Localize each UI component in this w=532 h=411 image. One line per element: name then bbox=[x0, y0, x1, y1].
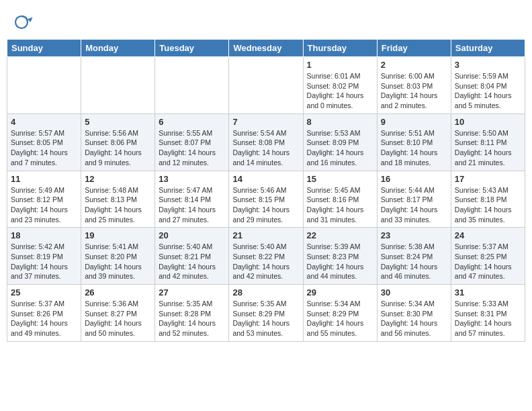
calendar-week-1: 1Sunrise: 6:01 AM Sunset: 8:02 PM Daylig… bbox=[7, 57, 525, 114]
calendar-table: SundayMondayTuesdayWednesdayThursdayFrid… bbox=[7, 39, 525, 342]
calendar-week-5: 25Sunrise: 5:37 AM Sunset: 8:26 PM Dayli… bbox=[7, 285, 525, 342]
weekday-header-friday: Friday bbox=[377, 40, 451, 57]
day-detail: Sunrise: 6:01 AM Sunset: 8:02 PM Dayligh… bbox=[307, 71, 373, 111]
day-number: 4 bbox=[11, 117, 77, 127]
calendar-cell: 12Sunrise: 5:48 AM Sunset: 8:13 PM Dayli… bbox=[81, 171, 155, 228]
calendar-cell: 28Sunrise: 5:35 AM Sunset: 8:29 PM Dayli… bbox=[229, 285, 303, 342]
day-detail: Sunrise: 5:41 AM Sunset: 8:20 PM Dayligh… bbox=[85, 242, 151, 281]
day-detail: Sunrise: 5:37 AM Sunset: 8:26 PM Dayligh… bbox=[11, 299, 77, 338]
day-detail: Sunrise: 5:33 AM Sunset: 8:31 PM Dayligh… bbox=[455, 299, 521, 338]
calendar-cell: 31Sunrise: 5:33 AM Sunset: 8:31 PM Dayli… bbox=[451, 285, 525, 342]
day-number: 23 bbox=[381, 230, 447, 240]
calendar-cell: 27Sunrise: 5:35 AM Sunset: 8:28 PM Dayli… bbox=[155, 285, 229, 342]
logo-icon bbox=[13, 12, 34, 32]
day-number: 19 bbox=[85, 230, 151, 240]
calendar-cell: 29Sunrise: 5:34 AM Sunset: 8:29 PM Dayli… bbox=[303, 285, 377, 342]
day-detail: Sunrise: 5:45 AM Sunset: 8:16 PM Dayligh… bbox=[307, 185, 373, 225]
day-detail: Sunrise: 5:42 AM Sunset: 8:19 PM Dayligh… bbox=[11, 242, 77, 281]
weekday-header-thursday: Thursday bbox=[303, 40, 377, 57]
weekday-header-saturday: Saturday bbox=[451, 40, 525, 57]
day-number: 16 bbox=[381, 174, 447, 184]
calendar-cell bbox=[229, 57, 303, 114]
day-number: 11 bbox=[11, 174, 77, 184]
calendar-cell: 13Sunrise: 5:47 AM Sunset: 8:14 PM Dayli… bbox=[155, 171, 229, 228]
svg-marker-1 bbox=[28, 17, 33, 23]
day-number: 21 bbox=[232, 230, 299, 240]
calendar-cell: 4Sunrise: 5:57 AM Sunset: 8:05 PM Daylig… bbox=[7, 113, 81, 171]
day-detail: Sunrise: 5:36 AM Sunset: 8:27 PM Dayligh… bbox=[85, 299, 151, 338]
calendar-cell: 25Sunrise: 5:37 AM Sunset: 8:26 PM Dayli… bbox=[7, 285, 81, 342]
day-detail: Sunrise: 5:35 AM Sunset: 8:29 PM Dayligh… bbox=[232, 299, 299, 338]
day-detail: Sunrise: 5:38 AM Sunset: 8:24 PM Dayligh… bbox=[381, 242, 447, 281]
calendar-cell: 21Sunrise: 5:40 AM Sunset: 8:22 PM Dayli… bbox=[229, 228, 303, 285]
weekday-header-tuesday: Tuesday bbox=[155, 40, 229, 57]
day-number: 24 bbox=[455, 230, 521, 240]
day-detail: Sunrise: 6:00 AM Sunset: 8:03 PM Dayligh… bbox=[381, 71, 447, 111]
day-number: 22 bbox=[307, 230, 373, 240]
calendar-cell: 7Sunrise: 5:54 AM Sunset: 8:08 PM Daylig… bbox=[229, 113, 303, 171]
calendar-week-2: 4Sunrise: 5:57 AM Sunset: 8:05 PM Daylig… bbox=[7, 113, 525, 171]
day-detail: Sunrise: 5:46 AM Sunset: 8:15 PM Dayligh… bbox=[232, 185, 299, 225]
calendar-cell: 22Sunrise: 5:39 AM Sunset: 8:23 PM Dayli… bbox=[303, 228, 377, 285]
day-detail: Sunrise: 5:59 AM Sunset: 8:04 PM Dayligh… bbox=[455, 71, 521, 111]
day-detail: Sunrise: 5:44 AM Sunset: 8:17 PM Dayligh… bbox=[381, 185, 447, 225]
day-number: 27 bbox=[159, 287, 225, 298]
day-detail: Sunrise: 5:48 AM Sunset: 8:13 PM Dayligh… bbox=[85, 185, 151, 225]
calendar-cell bbox=[155, 57, 229, 114]
calendar-cell: 2Sunrise: 6:00 AM Sunset: 8:03 PM Daylig… bbox=[377, 57, 451, 114]
day-number: 31 bbox=[455, 287, 521, 298]
calendar-cell: 3Sunrise: 5:59 AM Sunset: 8:04 PM Daylig… bbox=[451, 57, 525, 114]
day-detail: Sunrise: 5:35 AM Sunset: 8:28 PM Dayligh… bbox=[159, 299, 225, 338]
calendar-cell: 23Sunrise: 5:38 AM Sunset: 8:24 PM Dayli… bbox=[377, 228, 451, 285]
day-detail: Sunrise: 5:34 AM Sunset: 8:29 PM Dayligh… bbox=[307, 299, 373, 338]
day-number: 18 bbox=[11, 230, 77, 240]
day-detail: Sunrise: 5:56 AM Sunset: 8:06 PM Dayligh… bbox=[85, 128, 151, 168]
calendar-cell: 20Sunrise: 5:40 AM Sunset: 8:21 PM Dayli… bbox=[155, 228, 229, 285]
calendar-cell: 9Sunrise: 5:51 AM Sunset: 8:10 PM Daylig… bbox=[377, 113, 451, 171]
day-number: 7 bbox=[232, 117, 299, 127]
calendar-week-3: 11Sunrise: 5:49 AM Sunset: 8:12 PM Dayli… bbox=[7, 171, 525, 228]
day-detail: Sunrise: 5:53 AM Sunset: 8:09 PM Dayligh… bbox=[307, 128, 373, 168]
calendar-cell: 19Sunrise: 5:41 AM Sunset: 8:20 PM Dayli… bbox=[81, 228, 155, 285]
logo bbox=[13, 12, 36, 32]
day-detail: Sunrise: 5:47 AM Sunset: 8:14 PM Dayligh… bbox=[159, 185, 225, 225]
calendar-cell: 16Sunrise: 5:44 AM Sunset: 8:17 PM Dayli… bbox=[377, 171, 451, 228]
calendar-cell: 5Sunrise: 5:56 AM Sunset: 8:06 PM Daylig… bbox=[81, 113, 155, 171]
day-number: 25 bbox=[11, 287, 77, 298]
weekday-header-row: SundayMondayTuesdayWednesdayThursdayFrid… bbox=[7, 40, 525, 57]
day-number: 5 bbox=[85, 117, 151, 127]
day-number: 10 bbox=[455, 117, 521, 127]
day-number: 17 bbox=[455, 174, 521, 184]
day-detail: Sunrise: 5:49 AM Sunset: 8:12 PM Dayligh… bbox=[11, 185, 77, 225]
calendar-cell: 6Sunrise: 5:55 AM Sunset: 8:07 PM Daylig… bbox=[155, 113, 229, 171]
calendar-cell: 17Sunrise: 5:43 AM Sunset: 8:18 PM Dayli… bbox=[451, 171, 525, 228]
day-detail: Sunrise: 5:55 AM Sunset: 8:07 PM Dayligh… bbox=[159, 128, 225, 168]
calendar-cell: 14Sunrise: 5:46 AM Sunset: 8:15 PM Dayli… bbox=[229, 171, 303, 228]
day-number: 3 bbox=[455, 60, 521, 70]
day-number: 6 bbox=[159, 117, 225, 127]
day-detail: Sunrise: 5:40 AM Sunset: 8:21 PM Dayligh… bbox=[159, 242, 225, 281]
day-detail: Sunrise: 5:34 AM Sunset: 8:30 PM Dayligh… bbox=[381, 299, 447, 338]
day-detail: Sunrise: 5:50 AM Sunset: 8:11 PM Dayligh… bbox=[455, 128, 521, 168]
calendar-cell bbox=[81, 57, 155, 114]
calendar-cell: 30Sunrise: 5:34 AM Sunset: 8:30 PM Dayli… bbox=[377, 285, 451, 342]
calendar-cell bbox=[7, 57, 81, 114]
calendar-cell: 26Sunrise: 5:36 AM Sunset: 8:27 PM Dayli… bbox=[81, 285, 155, 342]
calendar-cell: 18Sunrise: 5:42 AM Sunset: 8:19 PM Dayli… bbox=[7, 228, 81, 285]
day-number: 28 bbox=[232, 287, 299, 298]
calendar-cell: 15Sunrise: 5:45 AM Sunset: 8:16 PM Dayli… bbox=[303, 171, 377, 228]
day-detail: Sunrise: 5:37 AM Sunset: 8:25 PM Dayligh… bbox=[455, 242, 521, 281]
day-number: 2 bbox=[381, 60, 447, 70]
day-detail: Sunrise: 5:39 AM Sunset: 8:23 PM Dayligh… bbox=[307, 242, 373, 281]
page-header bbox=[7, 7, 525, 35]
day-number: 29 bbox=[307, 287, 373, 298]
calendar-cell: 11Sunrise: 5:49 AM Sunset: 8:12 PM Dayli… bbox=[7, 171, 81, 228]
day-number: 15 bbox=[307, 174, 373, 184]
weekday-header-sunday: Sunday bbox=[7, 40, 81, 57]
day-detail: Sunrise: 5:54 AM Sunset: 8:08 PM Dayligh… bbox=[232, 128, 299, 168]
day-number: 14 bbox=[232, 174, 299, 184]
weekday-header-wednesday: Wednesday bbox=[229, 40, 303, 57]
calendar-cell: 24Sunrise: 5:37 AM Sunset: 8:25 PM Dayli… bbox=[451, 228, 525, 285]
day-number: 13 bbox=[159, 174, 225, 184]
calendar-week-4: 18Sunrise: 5:42 AM Sunset: 8:19 PM Dayli… bbox=[7, 228, 525, 285]
